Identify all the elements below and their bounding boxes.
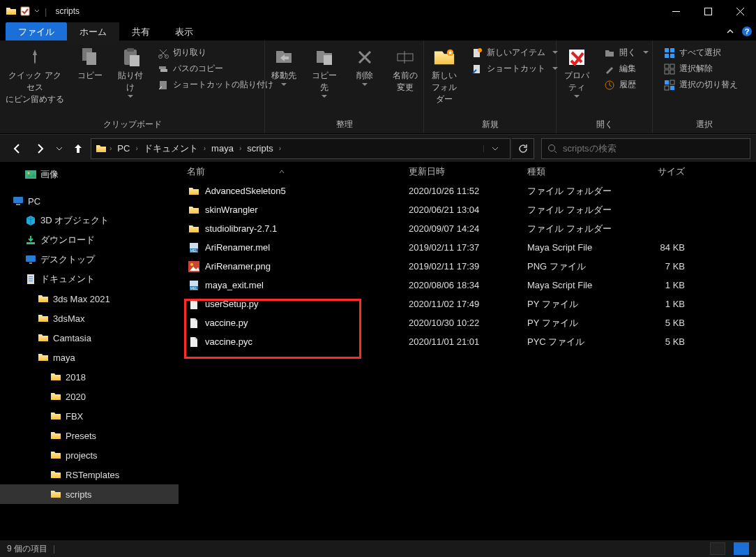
file-row[interactable]: MELmaya_exit.mel2020/08/06 18:34Maya Scr… bbox=[179, 276, 756, 295]
help-button[interactable]: ? bbox=[738, 22, 756, 40]
edit-button[interactable]: 編集 bbox=[597, 61, 656, 77]
file-date: 2020/08/06 18:34 bbox=[409, 280, 527, 290]
forward-button[interactable] bbox=[29, 138, 52, 160]
chevron-right-icon[interactable]: › bbox=[135, 144, 137, 152]
crumb-scripts[interactable]: scripts bbox=[244, 143, 276, 154]
navigation-pane[interactable]: 画像 PC 3D オブジェクト ダウンロード デスクトップ ドキュメント 3ds… bbox=[0, 162, 179, 540]
sidebar-item-3dsmax[interactable]: 3dsMax bbox=[0, 309, 179, 328]
paste-button[interactable]: 貼り付け bbox=[110, 43, 151, 98]
sidebar-item-downloads[interactable]: ダウンロード bbox=[0, 230, 179, 250]
sidebar-item-scripts[interactable]: scripts bbox=[0, 484, 179, 504]
large-icons-view-button[interactable] bbox=[734, 542, 749, 555]
pin-quick-access-button[interactable]: クイック アクセス にピン留めする bbox=[0, 43, 70, 105]
new-item-button[interactable]: 新しいアイテム bbox=[464, 45, 565, 61]
sidebar-item-maya[interactable]: maya bbox=[0, 348, 179, 367]
file-type: PY ファイル bbox=[527, 317, 632, 329]
delete-button[interactable]: 削除 bbox=[345, 43, 385, 87]
properties-button[interactable]: プロパティ bbox=[557, 43, 597, 98]
sidebar-item-3d-objects[interactable]: 3D オブジェクト bbox=[0, 211, 179, 230]
new-shortcut-button[interactable]: ショートカット bbox=[464, 61, 565, 77]
recent-locations-button[interactable] bbox=[53, 138, 66, 160]
dropdown-icon[interactable] bbox=[33, 6, 40, 17]
svg-point-9 bbox=[159, 54, 162, 58]
svg-rect-42 bbox=[29, 262, 32, 264]
tab-share[interactable]: 共有 bbox=[119, 22, 162, 40]
address-bar-row: › PC › ドキュメント › maya › scripts › bbox=[0, 134, 756, 162]
sidebar-item-pictures[interactable]: 画像 bbox=[0, 165, 179, 184]
back-button[interactable] bbox=[6, 138, 28, 160]
crumb-documents[interactable]: ドキュメント bbox=[141, 142, 201, 155]
chevron-right-icon[interactable]: › bbox=[109, 144, 112, 152]
sidebar-item-pc[interactable]: PC bbox=[0, 191, 179, 211]
tab-home[interactable]: ホーム bbox=[67, 22, 119, 40]
file-row[interactable]: MELAriRenamer.mel2019/02/11 17:37Maya Sc… bbox=[179, 238, 756, 257]
svg-rect-23 bbox=[665, 48, 669, 52]
sidebar-item-fbx[interactable]: FBX bbox=[0, 406, 179, 426]
column-date[interactable]: 更新日時 bbox=[409, 165, 527, 178]
file-size: 84 KB bbox=[632, 242, 692, 253]
tab-view[interactable]: 表示 bbox=[162, 22, 206, 40]
file-date: 2020/06/21 13:04 bbox=[409, 205, 527, 215]
quick-access-menu-icon[interactable] bbox=[20, 6, 31, 17]
address-bar[interactable]: › PC › ドキュメント › maya › scripts › bbox=[91, 138, 511, 159]
copy-to-button[interactable]: コピー先 bbox=[304, 43, 345, 98]
folder-icon bbox=[38, 313, 49, 324]
sidebar-item-presets[interactable]: Presets bbox=[0, 426, 179, 445]
minimize-button[interactable] bbox=[660, 0, 692, 22]
pictures-icon bbox=[25, 169, 36, 180]
folder-icon bbox=[50, 450, 61, 461]
tab-file[interactable]: ファイル bbox=[6, 22, 67, 40]
refresh-button[interactable] bbox=[512, 138, 534, 159]
select-none-button[interactable]: 選択解除 bbox=[657, 61, 745, 77]
file-row[interactable]: AriRenamer.png2019/02/11 17:39PNG ファイル7 … bbox=[179, 257, 756, 276]
crumb-pc[interactable]: PC bbox=[114, 143, 133, 154]
rename-button[interactable]: 名前の 変更 bbox=[385, 43, 425, 94]
column-type[interactable]: 種類 bbox=[527, 165, 632, 178]
copy-button[interactable]: コピー bbox=[70, 43, 110, 82]
sidebar-item-documents[interactable]: ドキュメント bbox=[0, 269, 179, 289]
paste-shortcut-button[interactable]: ショートカットの貼り付け bbox=[151, 77, 280, 93]
sidebar-item-desktop[interactable]: デスクトップ bbox=[0, 250, 179, 269]
up-button[interactable] bbox=[67, 138, 89, 160]
maximize-button[interactable] bbox=[692, 0, 724, 22]
address-dropdown-button[interactable] bbox=[483, 145, 506, 152]
new-folder-button[interactable]: ★新しい フォルダー bbox=[424, 43, 464, 105]
svg-rect-8 bbox=[130, 55, 139, 66]
move-to-button[interactable]: 移動先 bbox=[264, 43, 304, 87]
chevron-right-icon[interactable]: › bbox=[279, 144, 281, 152]
cut-button[interactable]: 切り取り bbox=[151, 45, 280, 61]
close-button[interactable] bbox=[724, 0, 756, 22]
file-row[interactable]: vaccine.py2020/10/30 10:22PY ファイル5 KB bbox=[179, 313, 756, 332]
sidebar-item-projects[interactable]: projects bbox=[0, 445, 179, 465]
column-size[interactable]: サイズ bbox=[632, 165, 692, 178]
file-list-pane[interactable]: 名前 更新日時 種類 サイズ AdvancedSkeleton52020/10/… bbox=[179, 162, 756, 540]
sidebar-item-3dsmax2021[interactable]: 3ds Max 2021 bbox=[0, 289, 179, 309]
svg-point-19 bbox=[478, 48, 482, 52]
file-row[interactable]: vaccine.pyc2020/11/01 21:01PYC ファイル5 KB bbox=[179, 332, 756, 351]
sidebar-item-2020[interactable]: 2020 bbox=[0, 387, 179, 406]
crumb-maya[interactable]: maya bbox=[209, 143, 236, 154]
file-icon bbox=[188, 318, 199, 329]
copy-path-button[interactable]: パスのコピー bbox=[151, 61, 280, 77]
details-view-button[interactable] bbox=[710, 542, 725, 555]
file-row[interactable]: studiolibrary-2.7.12020/09/07 14:24ファイル … bbox=[179, 219, 756, 238]
history-button[interactable]: 履歴 bbox=[597, 77, 656, 93]
chevron-right-icon[interactable]: › bbox=[204, 144, 206, 152]
file-row[interactable]: skinWrangler2020/06/21 13:04ファイル フォルダー bbox=[179, 200, 756, 219]
chevron-right-icon[interactable]: › bbox=[239, 144, 241, 152]
file-row[interactable]: AdvancedSkeleton52020/10/26 11:52ファイル フォ… bbox=[179, 181, 756, 200]
open-button[interactable]: 開く bbox=[597, 45, 656, 61]
invert-selection-button[interactable]: 選択の切り替え bbox=[657, 77, 745, 93]
search-input[interactable] bbox=[563, 143, 744, 154]
column-name[interactable]: 名前 bbox=[179, 165, 409, 178]
separator: | bbox=[45, 6, 47, 17]
sidebar-item-camtasia[interactable]: Camtasia bbox=[0, 328, 179, 348]
file-row[interactable]: userSetup.py2020/11/02 17:49PY ファイル1 KB bbox=[179, 295, 756, 313]
search-box[interactable] bbox=[541, 138, 750, 159]
file-icon: MEL bbox=[188, 280, 199, 291]
sidebar-item-2018[interactable]: 2018 bbox=[0, 367, 179, 387]
collapse-ribbon-button[interactable] bbox=[723, 22, 738, 40]
sidebar-item-rstemplates[interactable]: RSTemplates bbox=[0, 465, 179, 484]
select-all-button[interactable]: すべて選択 bbox=[657, 45, 745, 61]
download-icon bbox=[25, 235, 36, 246]
